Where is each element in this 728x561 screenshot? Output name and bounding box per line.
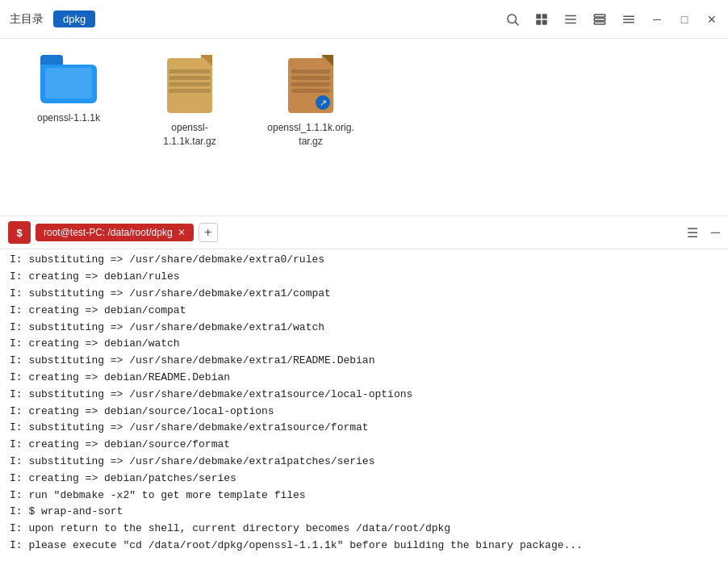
hamburger-icon[interactable] bbox=[621, 12, 636, 27]
svg-rect-3 bbox=[542, 14, 547, 19]
close-button[interactable]: ✕ bbox=[705, 13, 718, 26]
search-icon[interactable] bbox=[505, 12, 520, 27]
svg-line-1 bbox=[515, 22, 518, 25]
terminal-line: I: substituting => /usr/share/debmake/ex… bbox=[10, 454, 718, 471]
terminal-shell-icon: $ bbox=[8, 221, 31, 244]
terminal-line: I: creating => debian/rules bbox=[10, 269, 718, 286]
archive-orig-name: openssl_1.1.1k.orig.tar.gz bbox=[266, 121, 355, 149]
terminal-active-tab[interactable]: root@test-PC: /data/root/dpkg ✕ bbox=[36, 224, 194, 241]
terminal-line: I: substituting => /usr/share/debmake/ex… bbox=[10, 420, 718, 437]
terminal-line: I: substituting => /usr/share/debmake/ex… bbox=[10, 252, 718, 269]
grid-view-icon[interactable] bbox=[534, 12, 549, 27]
file-area: openssl-1.1.1k openssl-1.1.1k.tar.gz bbox=[0, 39, 728, 216]
svg-rect-11 bbox=[594, 22, 605, 24]
terminal-tab-label: root@test-PC: /data/root/dpkg bbox=[44, 227, 173, 238]
terminal-line: I: creating => debian/compat bbox=[10, 303, 718, 320]
folder-name: openssl-1.1.1k bbox=[37, 111, 100, 125]
folder-icon bbox=[40, 55, 97, 103]
terminal-line: I: upon return to the shell, current dir… bbox=[10, 521, 718, 538]
add-tab-icon: + bbox=[204, 225, 211, 240]
list-view-icon[interactable] bbox=[563, 12, 578, 27]
svg-rect-10 bbox=[594, 18, 605, 20]
terminal-tab-close-icon[interactable]: ✕ bbox=[178, 227, 186, 238]
main-directory-label: 主目录 bbox=[10, 12, 44, 27]
terminal-line: I: $ wrap-and-sort bbox=[10, 504, 718, 521]
terminal-line: I: run "debmake -x2" to get more templat… bbox=[10, 488, 718, 504]
file-item-targz[interactable]: openssl-1.1.1k.tar.gz bbox=[145, 55, 234, 149]
terminal-line: I: substituting => /usr/share/debmake/ex… bbox=[10, 286, 718, 303]
svg-rect-9 bbox=[594, 15, 605, 17]
svg-rect-4 bbox=[536, 19, 541, 24]
svg-rect-5 bbox=[542, 19, 547, 24]
terminal-line: I: creating => debian/watch bbox=[10, 336, 718, 353]
terminal-menu-icon[interactable]: ☰ bbox=[687, 225, 698, 241]
file-item-folder[interactable]: openssl-1.1.1k bbox=[24, 55, 113, 125]
terminal-minimize-icon[interactable]: ─ bbox=[711, 225, 720, 240]
titlebar-right: ─ □ ✕ bbox=[505, 12, 718, 27]
titlebar: 主目录 dpkg ─ □ ✕ bbox=[0, 0, 728, 39]
terminal-line: I: creating => debian/README.Debian bbox=[10, 370, 718, 387]
terminal-line: I: creating => debian/source/format bbox=[10, 437, 718, 454]
terminal-line: I: creating => debian/source/local-optio… bbox=[10, 404, 718, 421]
archive-name: openssl-1.1.1k.tar.gz bbox=[145, 121, 234, 149]
terminal-line: I: please execute "cd /data/root/dpkg/op… bbox=[10, 538, 718, 555]
current-path-badge: dpkg bbox=[53, 10, 95, 27]
terminal-line: I: substituting => /usr/share/debmake/ex… bbox=[10, 320, 718, 337]
maximize-button[interactable]: □ bbox=[678, 13, 691, 26]
svg-point-0 bbox=[508, 15, 517, 23]
minimize-button[interactable]: ─ bbox=[651, 13, 663, 26]
terminal-add-tab-button[interactable]: + bbox=[199, 223, 218, 242]
terminal-tab-menu: ☰ ─ bbox=[687, 225, 720, 241]
svg-rect-2 bbox=[536, 14, 541, 19]
terminal-line: I: substituting => /usr/share/debmake/ex… bbox=[10, 387, 718, 404]
orig-arrow-icon: ↗ bbox=[316, 95, 330, 110]
terminal-line: I: substituting => /usr/share/debmake/ex… bbox=[10, 353, 718, 370]
terminal-section: $ root@test-PC: /data/root/dpkg ✕ + ☰ ─ … bbox=[0, 216, 728, 561]
terminal-tabs-bar: $ root@test-PC: /data/root/dpkg ✕ + ☰ ─ bbox=[0, 216, 728, 249]
archive-icon bbox=[165, 55, 214, 113]
archive-orig-icon: ↗ bbox=[287, 55, 335, 113]
file-item-orig-targz[interactable]: ↗ openssl_1.1.1k.orig.tar.gz bbox=[266, 55, 355, 149]
terminal-line: I: creating => debian/patches/series bbox=[10, 471, 718, 488]
titlebar-left: 主目录 dpkg bbox=[10, 10, 95, 27]
detail-view-icon[interactable] bbox=[592, 12, 607, 27]
terminal-output: I: creating => debian/copyrightI: substi… bbox=[0, 249, 728, 561]
